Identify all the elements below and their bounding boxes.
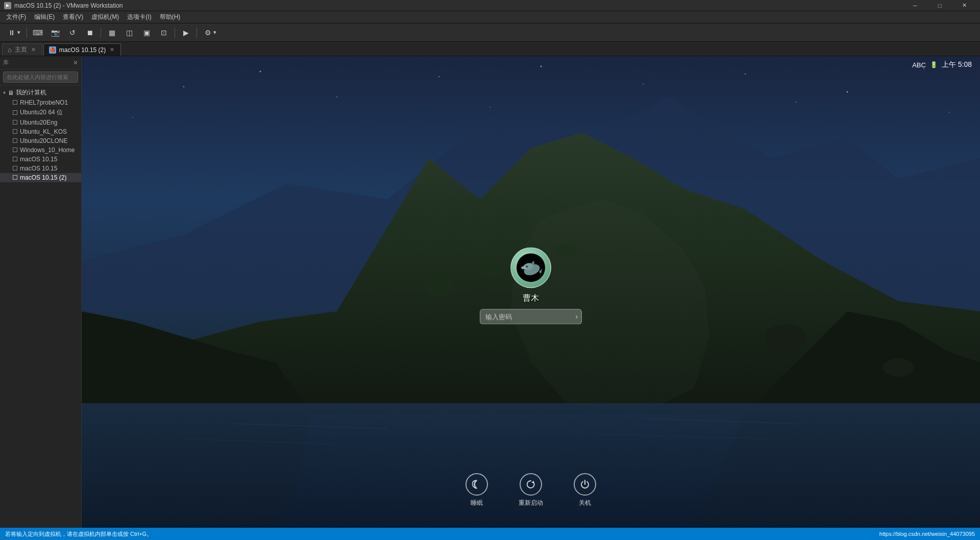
vm-screen[interactable]: ABC 🔋 上午 5:08 [82,56,980,528]
svg-point-7 [745,73,746,75]
bottom-controls: 睡眠 重新启动 [465,473,596,507]
tree-item-2[interactable]: ☐ Ubuntu20Eng [0,118,81,127]
settings-button[interactable]: ⚙ ▾ [200,26,219,40]
tree-item-6[interactable]: ☐ macOS 10.15 [0,155,81,164]
revert-button[interactable]: ↺ [65,26,80,40]
tab-home[interactable]: ⌂ 主页 ✕ [2,43,42,56]
menu-help[interactable]: 帮助(H) [156,12,185,22]
sleep-button[interactable]: 睡眠 [465,473,488,507]
minimize-button[interactable]: ─ [903,0,927,11]
restart-icon [525,479,536,490]
tree-item-0[interactable]: ☐ RHEL7probeNO1 [0,98,81,107]
pin-icon[interactable]: ✕ [73,59,78,66]
svg-point-13 [949,112,950,113]
snapshot-button[interactable]: 📷 [47,26,63,40]
password-input[interactable] [480,309,582,324]
tree-item-label-1: Ubuntu20 64 位 [20,108,63,117]
toolbar-separator-2 [101,28,101,38]
shutdown-button[interactable]: 关机 [574,473,596,507]
tree-item-7[interactable]: ☐ macOS 10.15 [0,164,81,173]
svg-point-8 [847,91,848,93]
tree-item-5[interactable]: ☐ Windows_10_Home [0,145,81,155]
tabsbar: ⌂ 主页 ✕ 🍎 macOS 10.15 (2) ✕ [0,42,980,56]
vm-icon-6: ☐ [12,156,18,163]
password-submit-icon[interactable]: › [575,312,578,321]
revert-icon: ↺ [68,28,77,37]
play-button[interactable]: ▶ [178,26,193,40]
user-avatar [510,247,551,288]
vm-icon-0: ☐ [12,99,18,106]
tab-macos-close[interactable]: ✕ [109,46,115,53]
app-statusbar: 若将输入定向到虚拟机，请在虚拟机内部单击或按 Ctrl+G。 https://b… [0,528,980,540]
suspend-button[interactable]: ⏹ [82,26,97,40]
username-label: 曹木 [523,293,539,304]
svg-point-12 [796,102,797,103]
maximize-button[interactable]: □ [928,0,951,11]
status-left: 若将输入定向到虚拟机，请在虚拟机内部单击或按 Ctrl+G。 [5,530,152,538]
sidebar-search-wrap [0,69,81,85]
vm-icon-4: ☐ [12,137,18,144]
title-left: ▶ macOS 10.15 (2) - VMware Workstation [4,2,123,9]
tree-item-8[interactable]: ☐ macOS 10.15 (2) [0,173,81,182]
menu-view[interactable]: 查看(V) [59,12,87,22]
menu-file[interactable]: 文件(F) [2,12,30,22]
view-mode-2[interactable]: ◫ [121,26,137,40]
sidebar-title: 库 [3,59,9,66]
tab-macos[interactable]: 🍎 macOS 10.15 (2) ✕ [43,43,121,56]
play-icon: ▶ [181,28,190,37]
settings-icon: ⚙ [203,28,212,37]
window-controls: ─ □ ✕ [903,0,976,11]
tree-arrow: ▾ [3,90,6,95]
vm-icon-3: ☐ [12,128,18,135]
toolbar-separator-1 [27,28,27,38]
vm-statusbar: ABC 🔋 上午 5:08 [912,60,972,69]
menu-tabs[interactable]: 选项卡(I) [123,12,155,22]
tree-item-4[interactable]: ☐ Ubuntu20CLONE [0,136,81,145]
toolbar: ⏸ ▾ ⌨ 📷 ↺ ⏹ ▦ ◫ ▣ ⊡ ▶ ⚙ ▾ [0,23,980,42]
restart-button[interactable]: 重新启动 [519,473,543,507]
close-button[interactable]: ✕ [952,0,976,11]
menu-edit[interactable]: 编辑(E) [30,12,59,22]
vm-icon-5: ☐ [12,146,18,154]
svg-marker-36 [531,481,534,483]
tree-root[interactable]: ▾ 🖥 我的计算机 [0,87,81,98]
search-input[interactable] [3,71,78,83]
vm-icon-1: ☐ [12,109,18,116]
settings-arrow: ▾ [213,29,216,36]
tree-item-1[interactable]: ☐ Ubuntu20 64 位 [0,107,81,118]
view-mode-1[interactable]: ▦ [104,26,119,40]
svg-point-6 [643,84,644,85]
tab-macos-label: macOS 10.15 (2) [59,46,106,54]
view4-icon: ⊡ [159,28,168,37]
vm-icon-7: ☐ [12,165,18,172]
tree-item-3[interactable]: ☐ Ubuntu_KL_KOS [0,127,81,136]
power-icon [579,479,591,490]
view3-icon: ▣ [142,28,151,37]
macos-tab-icon: 🍎 [49,46,56,54]
tree-item-label-4: Ubuntu20CLONE [20,137,67,144]
camera-icon: 📷 [51,28,60,37]
toolbar-separator-3 [175,28,175,38]
sleep-icon [471,479,482,490]
status-right: https://blog.csdn.net/weixin_44073095 [879,531,975,537]
input-method-label: ABC [912,61,926,69]
view2-icon: ◫ [125,28,134,37]
svg-point-27 [766,324,806,350]
send-keys-button[interactable]: ⌨ [30,26,45,40]
svg-point-11 [489,107,491,108]
sleep-circle [465,473,488,496]
tree-item-label-0: RHEL7probeNO1 [20,99,68,106]
view-mode-3[interactable]: ▣ [139,26,154,40]
vm-icon-2: ☐ [12,119,18,126]
restart-label: 重新启动 [519,499,543,507]
window-title: macOS 10.15 (2) - VMware Workstation [14,2,123,9]
menubar: 文件(F) 编辑(E) 查看(V) 虚拟机(M) 选项卡(I) 帮助(H) [0,11,980,23]
pause-button[interactable]: ⏸ ▾ [4,26,23,40]
tab-home-close[interactable]: ✕ [30,46,37,53]
view-mode-4[interactable]: ⊡ [156,26,172,40]
sleep-label: 睡眠 [471,499,483,507]
sidebar: 库 ✕ ▾ 🖥 我的计算机 ☐ RHEL7probeNO1 ☐ Ubuntu20… [0,56,82,528]
menu-vm[interactable]: 虚拟机(M) [87,12,123,22]
main-layout: 库 ✕ ▾ 🖥 我的计算机 ☐ RHEL7probeNO1 ☐ Ubuntu20… [0,56,980,528]
svg-point-24 [424,276,454,296]
